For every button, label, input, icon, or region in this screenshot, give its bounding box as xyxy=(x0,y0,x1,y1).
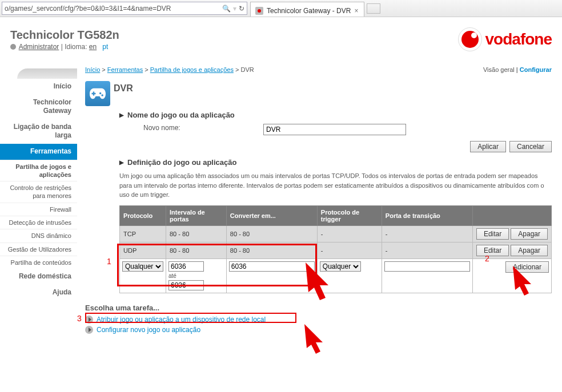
url-text: o/games/_servconf/cfg/?be=0&I0=3&I1=4&na… xyxy=(5,5,220,13)
th-range: Intervalo de portas xyxy=(166,205,227,225)
lang-pt[interactable]: pt xyxy=(102,43,108,51)
sub-sharing[interactable]: Partilha de jogos e aplicações xyxy=(0,160,77,181)
rules-table: Protocolo Intervalo de portas Converter … xyxy=(119,205,552,293)
th-actions xyxy=(472,205,551,225)
bc-sharing[interactable]: Partilha de jogos e aplicações xyxy=(150,66,234,73)
tab-close-icon[interactable]: × xyxy=(354,7,358,15)
section-def: ▶ Definição do jogo ou aplicação xyxy=(119,158,552,167)
annotation-num-1: 1 xyxy=(107,257,111,266)
th-trigger-proto: Protocolo de trigger xyxy=(317,205,382,225)
search-icon[interactable]: 🔍 xyxy=(222,5,231,13)
port-to-input[interactable] xyxy=(168,280,204,290)
sidebar: Início Technicolor Gateway Ligação de ba… xyxy=(0,68,77,342)
edit-button[interactable]: Editar xyxy=(476,228,509,240)
browser-tab[interactable]: Technicolor Gateway - DVR × xyxy=(250,2,364,17)
table-row: TCP 80 - 80 80 - 80 - - Editar Apagar xyxy=(120,225,552,242)
favicon-icon xyxy=(255,7,263,15)
annotation-num-3: 3 xyxy=(77,314,82,323)
overview-link[interactable]: Visão geral xyxy=(483,66,515,73)
convert-input[interactable] xyxy=(229,261,315,272)
tasks-heading: Escolha uma tarefa... xyxy=(85,304,552,312)
arrow-icon: ▶ xyxy=(119,159,124,165)
brand-text: vodafone xyxy=(485,30,552,49)
trigger-protocol-select[interactable]: Qualquer xyxy=(320,261,361,272)
refresh-icon[interactable]: ↻ xyxy=(239,5,244,13)
url-controls: 🔍 ▾ ↻ xyxy=(222,5,244,13)
add-rule-row: Qualquer até Qualquer xyxy=(120,258,552,293)
delete-button[interactable]: Apagar xyxy=(511,245,548,256)
tab-strip: Technicolor Gateway - DVR × xyxy=(249,0,380,17)
sidebar-tab-decor xyxy=(17,68,77,79)
main-content: Início > Ferramentas > Partilha de jogos… xyxy=(77,57,562,342)
device-name: Technicolor TG582n xyxy=(10,29,119,42)
apply-button[interactable]: Aplicar xyxy=(470,141,506,152)
th-protocol: Protocolo xyxy=(120,205,166,225)
task-new-label: Configurar novo jogo ou aplicação xyxy=(97,326,200,334)
port-to-label: até xyxy=(168,273,224,279)
nav-gateway[interactable]: Technicolor Gateway xyxy=(0,95,77,119)
user-icon xyxy=(10,44,16,50)
new-name-input[interactable] xyxy=(263,124,406,135)
nav-home-network[interactable]: Rede doméstica xyxy=(0,269,77,285)
sub-content[interactable]: Partilha de conteúdos xyxy=(0,256,77,269)
annotation-num-2: 2 xyxy=(485,254,489,263)
vodafone-icon xyxy=(458,27,482,51)
edit-button[interactable]: Editar xyxy=(476,245,509,256)
page-header: Technicolor TG582n Administrator | Idiom… xyxy=(0,17,562,57)
browser-chrome: o/games/_servconf/cfg/?be=0&I0=3&I1=4&na… xyxy=(0,0,562,17)
page-title: DVR xyxy=(114,83,133,94)
protocol-select[interactable]: Qualquer xyxy=(122,261,163,272)
url-bar[interactable]: o/games/_servconf/cfg/?be=0&I0=3&I1=4&na… xyxy=(2,2,247,15)
configure-link[interactable]: Configurar xyxy=(520,66,552,73)
gamepad-icon xyxy=(85,81,110,106)
arrow-icon: ▶ xyxy=(119,112,124,118)
nav-broadband[interactable]: Ligação de banda larga xyxy=(0,119,77,144)
annotation-box-3 xyxy=(85,313,296,323)
sub-firewall[interactable]: Firewall xyxy=(0,203,77,216)
bc-current: DVR xyxy=(240,66,254,73)
brand-logo: vodafone xyxy=(458,27,552,51)
bullet-icon xyxy=(85,326,93,334)
section-description: Um jogo ou uma aplicação têm associados … xyxy=(119,171,552,200)
th-convert: Converter em... xyxy=(226,205,317,225)
new-tab-button[interactable] xyxy=(367,3,380,14)
cancel-button[interactable]: Cancelar xyxy=(509,141,552,152)
bc-home[interactable]: Início xyxy=(85,66,100,73)
nav-help[interactable]: Ajuda xyxy=(0,285,77,301)
sub-ddns[interactable]: DNS dinâmico xyxy=(0,229,77,242)
cursor-arrow-3 xyxy=(300,320,328,354)
port-from-input[interactable] xyxy=(168,261,204,272)
new-name-label: Novo nome: xyxy=(143,124,263,135)
add-button[interactable]: Adicionar xyxy=(505,261,549,273)
admin-link[interactable]: Administrator xyxy=(19,43,59,51)
tab-title: Technicolor Gateway - DVR xyxy=(267,7,351,15)
breadcrumb: Início > Ferramentas > Partilha de jogos… xyxy=(85,63,552,81)
trigger-port-input[interactable] xyxy=(384,261,470,272)
sub-parental[interactable]: Controlo de restrições para menores xyxy=(0,181,77,203)
user-line: Administrator | Idioma: en pt xyxy=(10,43,119,51)
bc-tools[interactable]: Ferramentas xyxy=(107,66,143,73)
delete-button[interactable]: Apagar xyxy=(511,228,548,240)
th-trigger-port: Porta de transição xyxy=(382,205,472,225)
nav-ferramentas[interactable]: Ferramentas xyxy=(0,144,77,160)
sub-intrusion[interactable]: Detecção de intrusões xyxy=(0,216,77,229)
nav-inicio[interactable]: Início xyxy=(0,79,77,95)
lang-en[interactable]: en xyxy=(89,43,97,51)
section-name: ▶ Nome do jogo ou da aplicação xyxy=(119,111,552,119)
task-new[interactable]: Configurar novo jogo ou aplicação xyxy=(85,326,552,334)
sub-users[interactable]: Gestão de Utilizadores xyxy=(0,243,77,256)
